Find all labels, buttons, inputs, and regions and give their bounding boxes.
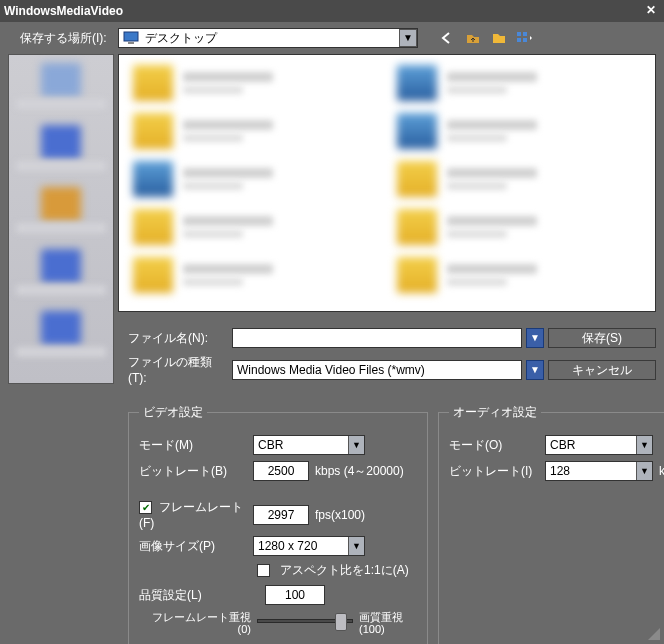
svg-rect-4 — [517, 38, 521, 42]
place-item[interactable] — [11, 183, 111, 237]
imagesize-label: 画像サイズ(P) — [139, 538, 247, 555]
framerate-input[interactable]: 2997 — [253, 505, 309, 525]
cancel-button[interactable]: キャンセル — [548, 360, 656, 380]
video-bitrate-unit: kbps (4～20000) — [315, 463, 404, 480]
quality-label: 品質設定(L) — [139, 587, 247, 604]
settings-row: ビデオ設定 モード(M) CBR ▼ ビットレート(B) 2500 kbps (… — [0, 388, 664, 644]
file-fields: ファイル名(N): ▼ 保存(S) ファイルの種類(T): Windows Me… — [128, 328, 656, 385]
video-mode-select[interactable]: CBR ▼ — [253, 435, 365, 455]
filetype-select[interactable]: Windows Media Video Files (*wmv) — [232, 360, 522, 380]
audio-bitrate-label: ビットレート(I) — [449, 463, 539, 480]
filename-input[interactable] — [232, 328, 522, 348]
slider-left-label: フレームレート重視 (0) — [139, 611, 251, 635]
chevron-down-icon[interactable]: ▼ — [636, 436, 652, 454]
slider-right-label: 画質重視 (100) — [359, 611, 417, 635]
location-select[interactable]: デスクトップ ▼ — [118, 28, 418, 48]
window-title: WindowsMediaVideo — [4, 4, 642, 18]
resize-grip-icon[interactable] — [646, 626, 660, 640]
slider-right-sub: (100) — [359, 623, 385, 635]
file-item[interactable] — [397, 65, 641, 101]
save-button[interactable]: 保存(S) — [548, 328, 656, 348]
chevron-down-icon[interactable]: ▼ — [399, 29, 417, 47]
location-label: 保存する場所(I): — [20, 30, 112, 47]
quality-slider[interactable] — [257, 611, 353, 635]
aspect-checkbox[interactable]: ✔ — [257, 564, 270, 577]
place-item[interactable] — [11, 245, 111, 299]
file-item[interactable] — [397, 257, 641, 293]
view-menu-icon[interactable] — [516, 29, 534, 47]
places-sidebar — [8, 54, 114, 384]
place-item[interactable] — [11, 307, 111, 361]
video-legend: ビデオ設定 — [139, 404, 207, 421]
new-folder-icon[interactable] — [490, 29, 508, 47]
framerate-checkbox[interactable]: ✔ — [139, 501, 152, 514]
svg-rect-5 — [523, 38, 527, 42]
location-toolbar: 保存する場所(I): デスクトップ ▼ — [0, 22, 664, 52]
video-mode-label: モード(M) — [139, 437, 247, 454]
place-item[interactable] — [11, 121, 111, 175]
audio-bitrate-select[interactable]: 128 ▼ — [545, 461, 653, 481]
aspect-label: アスペクト比を1:1に(A) — [280, 562, 409, 579]
video-mode-value: CBR — [254, 438, 348, 452]
file-item[interactable] — [133, 209, 377, 245]
chevron-down-icon[interactable]: ▼ — [348, 436, 364, 454]
file-item[interactable] — [133, 257, 377, 293]
video-settings: ビデオ設定 モード(M) CBR ▼ ビットレート(B) 2500 kbps (… — [128, 404, 428, 644]
video-bitrate-label: ビットレート(B) — [139, 463, 247, 480]
toolbar-icons — [438, 29, 534, 47]
audio-bitrate-unit: kbps — [659, 464, 664, 478]
file-list[interactable] — [118, 54, 656, 312]
svg-rect-2 — [517, 32, 521, 36]
location-value: デスクトップ — [143, 30, 399, 47]
title-bar: WindowsMediaVideo ✕ — [0, 0, 664, 22]
imagesize-select[interactable]: 1280 x 720 ▼ — [253, 536, 365, 556]
framerate-label: フレームレート(F) — [139, 500, 243, 530]
back-icon[interactable] — [438, 29, 456, 47]
chevron-down-icon[interactable]: ▼ — [636, 462, 652, 480]
slider-left-text: フレームレート重視 — [152, 611, 251, 623]
framerate-label-wrap: ✔ フレームレート(F) — [139, 499, 247, 530]
filetype-label: ファイルの種類(T): — [128, 354, 228, 385]
imagesize-value: 1280 x 720 — [254, 539, 348, 553]
filetype-dropdown-icon[interactable]: ▼ — [526, 360, 544, 380]
slider-thumb[interactable] — [335, 613, 347, 631]
filename-dropdown-icon[interactable]: ▼ — [526, 328, 544, 348]
audio-mode-label: モード(O) — [449, 437, 539, 454]
slider-left-sub: (0) — [238, 623, 251, 635]
framerate-unit: fps(x100) — [315, 508, 365, 522]
audio-mode-select[interactable]: CBR ▼ — [545, 435, 653, 455]
file-item[interactable] — [133, 161, 377, 197]
up-folder-icon[interactable] — [464, 29, 482, 47]
quality-slider-row: フレームレート重視 (0) 画質重視 (100) — [139, 611, 417, 635]
svg-rect-1 — [128, 42, 134, 44]
place-item[interactable] — [11, 59, 111, 113]
slider-right-text: 画質重視 — [359, 611, 403, 623]
audio-legend: オーディオ設定 — [449, 404, 541, 421]
file-item[interactable] — [133, 65, 377, 101]
audio-bitrate-value: 128 — [546, 464, 636, 478]
video-bitrate-input[interactable]: 2500 — [253, 461, 309, 481]
svg-rect-0 — [124, 32, 138, 41]
quality-input[interactable]: 100 — [265, 585, 325, 605]
audio-mode-value: CBR — [546, 438, 636, 452]
file-item[interactable] — [133, 113, 377, 149]
svg-rect-3 — [523, 32, 527, 36]
filename-label: ファイル名(N): — [128, 330, 228, 347]
close-icon[interactable]: ✕ — [642, 3, 660, 19]
audio-settings: オーディオ設定 モード(O) CBR ▼ ビットレート(I) 128 ▼ kbp… — [438, 404, 664, 644]
file-item[interactable] — [397, 113, 641, 149]
file-item[interactable] — [397, 209, 641, 245]
desktop-icon — [123, 31, 139, 45]
file-item[interactable] — [397, 161, 641, 197]
chevron-down-icon[interactable]: ▼ — [348, 537, 364, 555]
